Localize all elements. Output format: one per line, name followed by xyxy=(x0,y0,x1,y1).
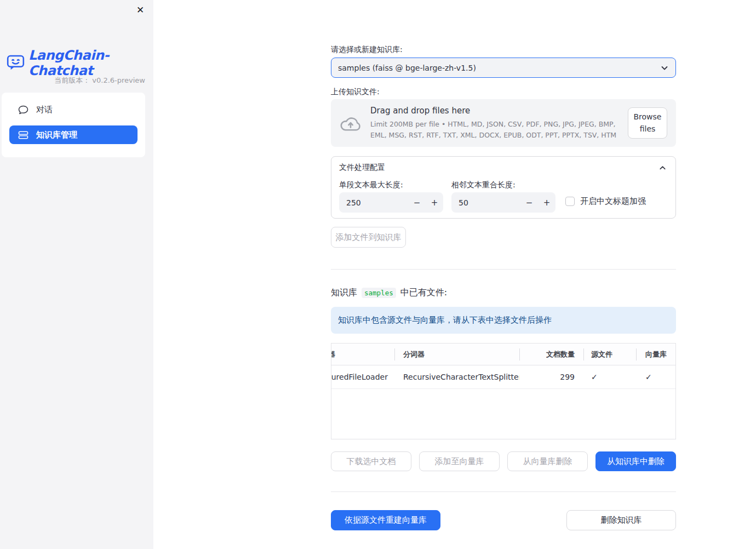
increment-button[interactable]: + xyxy=(426,192,443,213)
chat-bubble-icon xyxy=(18,105,28,115)
chevron-down-icon xyxy=(660,64,669,72)
chunk-size-value: 250 xyxy=(346,198,408,207)
increment-button[interactable]: + xyxy=(538,192,555,213)
table-row[interactable]: UnstructuredFileLoader RecursiveCharacte… xyxy=(331,365,675,389)
delete-from-kb-button[interactable]: 从知识库中删除 xyxy=(595,451,676,471)
chunk-size-label: 单段文本最大长度: xyxy=(339,180,403,190)
sidebar: ✕ LangChain-Chatchat 当前版本： v0.2.6-previe… xyxy=(0,0,153,549)
add-files-to-kb-button[interactable]: 添加文件到知识库 xyxy=(331,227,406,248)
version-info: 当前版本： v0.2.6-preview xyxy=(54,76,145,85)
kb-select[interactable]: samples (faiss @ bge-large-zh-v1.5) xyxy=(331,58,676,78)
app-logo: LangChain-Chatchat xyxy=(7,48,153,78)
column-separator xyxy=(519,348,520,361)
table-header-row: 文档加载器 分词器 文档数量 源文件 向量库 xyxy=(331,344,675,365)
file-dropzone[interactable]: Drag and drop files here Limit 200MB per… xyxy=(331,99,676,147)
kb-files-table[interactable]: 文档加载器 分词器 文档数量 源文件 向量库 UnstructuredFileL… xyxy=(331,343,676,439)
chevron-up-icon[interactable] xyxy=(658,164,667,172)
app-title: LangChain-Chatchat xyxy=(28,48,153,78)
column-separator xyxy=(583,348,584,361)
check-icon: ✓ xyxy=(591,373,598,381)
decrement-button[interactable]: − xyxy=(408,192,426,213)
dropzone-title: Drag and drop files here xyxy=(370,106,619,116)
sidebar-item-knowledge-base[interactable]: 知识库管理 xyxy=(9,125,138,144)
overlap-value: 50 xyxy=(459,198,520,207)
column-header-splitter[interactable]: 分词器 xyxy=(394,344,519,365)
kb-files-prefix: 知识库 xyxy=(331,287,357,299)
kb-files-suffix: 中已有文件: xyxy=(400,287,447,299)
rebuild-vector-store-button[interactable]: 依据源文件重建向量库 xyxy=(331,510,440,530)
file-config-title[interactable]: 文件处理配置 xyxy=(339,163,385,173)
delete-from-vector-store-button[interactable]: 从向量库删除 xyxy=(507,451,588,471)
zh-title-enhance-option[interactable]: 开启中文标题加强 xyxy=(565,196,646,207)
zh-title-enhance-checkbox[interactable] xyxy=(565,197,575,206)
file-config-expander: 文件处理配置 单段文本最大长度: 250 − + 相邻文本重合长度: 50 − … xyxy=(331,156,676,219)
main-content: 请选择或新建知识库: samples (faiss @ bge-large-zh… xyxy=(331,0,676,549)
dropzone-limits: Limit 200MB per file • HTML, MD, JSON, C… xyxy=(370,119,619,140)
kb-select-label: 请选择或新建知识库: xyxy=(331,45,403,55)
chat-smiley-logo-icon xyxy=(7,55,25,71)
divider xyxy=(331,269,676,270)
cell-doc-count: 299 xyxy=(519,365,583,388)
cloud-upload-icon xyxy=(340,115,362,132)
column-header-source-file[interactable]: 源文件 xyxy=(583,344,636,365)
download-selected-button[interactable]: 下载选中文档 xyxy=(331,451,411,471)
chunk-size-input[interactable]: 250 − + xyxy=(339,192,443,213)
add-to-vector-store-button[interactable]: 添加至向量库 xyxy=(419,451,500,471)
version-value: v0.2.6-preview xyxy=(92,76,145,84)
column-header-loader[interactable]: 文档加载器 xyxy=(331,344,394,365)
delete-kb-button[interactable]: 删除知识库 xyxy=(566,510,676,530)
info-banner: 知识库中包含源文件与向量库，请从下表中选择文件后操作 xyxy=(331,307,676,334)
sidebar-item-label: 对话 xyxy=(36,105,53,115)
cell-splitter: RecursiveCharacterTextSplitter xyxy=(394,365,519,388)
sidebar-item-label: 知识库管理 xyxy=(36,130,77,140)
zh-title-enhance-label: 开启中文标题加强 xyxy=(580,196,646,207)
browse-files-button[interactable]: Browse files xyxy=(628,107,667,139)
version-label: 当前版本： xyxy=(54,76,90,84)
column-header-vector-store[interactable]: 向量库 xyxy=(636,344,675,365)
column-separator xyxy=(636,348,637,361)
kb-select-value: samples (faiss @ bge-large-zh-v1.5) xyxy=(338,64,660,72)
sidebar-item-dialogue[interactable]: 对话 xyxy=(9,100,138,119)
column-header-doc-count[interactable]: 文档数量 xyxy=(519,344,583,365)
cell-loader: UnstructuredFileLoader xyxy=(331,365,394,388)
kb-name-code: samples xyxy=(362,288,396,298)
upload-label: 上传知识文件: xyxy=(331,87,380,97)
decrement-button[interactable]: − xyxy=(520,192,538,213)
sidebar-menu: 对话 知识库管理 xyxy=(2,93,145,157)
check-icon: ✓ xyxy=(645,373,652,381)
kb-files-heading: 知识库 samples 中已有文件: xyxy=(331,287,447,299)
divider xyxy=(331,491,676,492)
dropzone-instructions: Drag and drop files here Limit 200MB per… xyxy=(370,106,619,140)
cell-source-file-check: ✓ xyxy=(583,365,636,388)
overlap-label: 相邻文本重合长度: xyxy=(451,180,516,190)
close-sidebar-icon[interactable]: ✕ xyxy=(134,3,147,16)
overlap-input[interactable]: 50 − + xyxy=(451,192,555,213)
database-stack-icon xyxy=(18,130,28,140)
column-separator xyxy=(394,348,395,361)
cell-vector-store-check: ✓ xyxy=(636,365,675,388)
